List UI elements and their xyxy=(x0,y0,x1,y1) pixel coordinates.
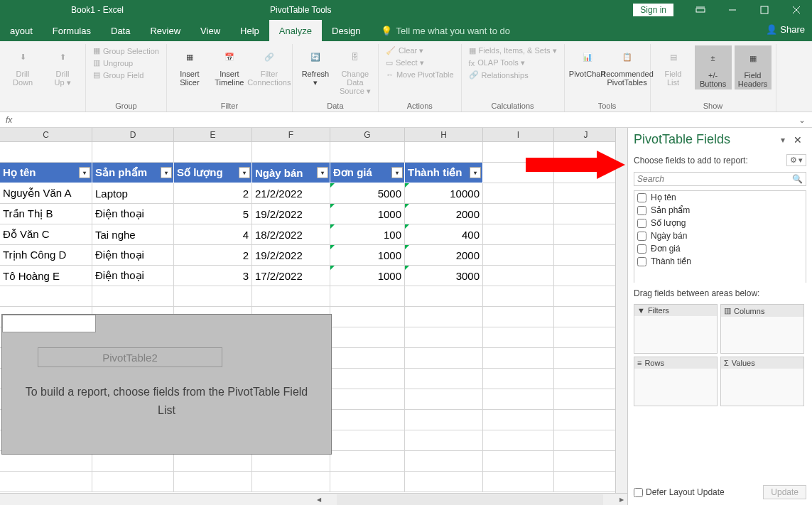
cell[interactable]: 4 xyxy=(174,224,252,245)
cell[interactable] xyxy=(483,451,554,472)
insert-timeline-button[interactable]: 📅 Insert Timeline xyxy=(211,45,248,87)
cell[interactable] xyxy=(405,142,483,163)
cell[interactable] xyxy=(554,286,618,307)
cell[interactable] xyxy=(554,472,618,492)
cell[interactable]: Tai nghe xyxy=(92,224,174,245)
cell[interactable]: 1000 xyxy=(330,266,405,286)
cell[interactable] xyxy=(330,142,405,163)
cell[interactable]: Điện thoại xyxy=(92,204,174,224)
filter-dropdown-icon[interactable]: ▾ xyxy=(391,167,403,178)
column-header-I[interactable]: I xyxy=(483,128,554,141)
cell[interactable] xyxy=(405,348,483,369)
sheet-area[interactable]: CDEFGHIJ Họ tên▾Sản phẩm▾Số lượng▾Ngày b… xyxy=(0,128,627,505)
cell[interactable] xyxy=(554,307,618,327)
cell[interactable] xyxy=(252,286,330,307)
group-field-button[interactable]: ▤Group Field xyxy=(90,70,162,80)
cell[interactable]: Tô Hoàng E xyxy=(0,266,92,286)
cell[interactable]: Trịnh Công D xyxy=(0,245,92,266)
table-header[interactable]: Số lượng▾ xyxy=(174,163,252,183)
cell[interactable] xyxy=(483,183,554,204)
cell[interactable] xyxy=(92,286,174,307)
field-item[interactable]: Đơn giá xyxy=(634,242,806,255)
cell[interactable] xyxy=(330,327,405,348)
cell[interactable] xyxy=(483,286,554,307)
field-item[interactable]: Sản phẩm xyxy=(634,204,806,217)
pane-close-icon[interactable]: ✕ xyxy=(789,134,806,146)
pane-layout-button[interactable]: ⚙▾ xyxy=(786,154,806,166)
cell[interactable] xyxy=(405,286,483,307)
cell[interactable] xyxy=(405,389,483,410)
field-search-input[interactable] xyxy=(637,174,792,184)
column-header-J[interactable]: J xyxy=(554,128,618,141)
field-headers-button[interactable]: ▦ Field Headers xyxy=(735,45,772,89)
field-item[interactable]: Thành tiền xyxy=(634,255,806,268)
scrollbar-track[interactable] xyxy=(337,494,603,505)
cell[interactable] xyxy=(483,204,554,224)
cell[interactable]: 21/2/2022 xyxy=(252,183,330,204)
cell[interactable]: Đỗ Văn C xyxy=(0,224,92,245)
signin-button[interactable]: Sign in xyxy=(633,4,673,16)
cell[interactable] xyxy=(554,389,618,410)
cell[interactable] xyxy=(405,307,483,327)
cell[interactable] xyxy=(330,389,405,410)
ungroup-button[interactable]: ▥Ungroup xyxy=(90,58,162,68)
cell[interactable] xyxy=(0,472,92,492)
values-drop[interactable]: ΣValues xyxy=(720,357,804,406)
field-item[interactable]: Họ tên xyxy=(634,191,806,204)
ribbon-options-icon[interactable] xyxy=(684,0,716,20)
column-header-C[interactable]: C xyxy=(0,128,92,141)
cell[interactable]: 2 xyxy=(174,183,252,204)
cell[interactable]: 1000 xyxy=(330,204,405,224)
filter-dropdown-icon[interactable]: ▾ xyxy=(161,167,172,178)
fx-label[interactable]: fx xyxy=(3,115,15,125)
cell[interactable] xyxy=(483,307,554,327)
close-icon[interactable] xyxy=(780,0,812,20)
cell[interactable] xyxy=(174,286,252,307)
columns-drop[interactable]: ▥Columns xyxy=(720,304,804,354)
filter-dropdown-icon[interactable]: ▾ xyxy=(239,167,250,178)
cell[interactable] xyxy=(405,472,483,492)
cell[interactable]: Trần Thị B xyxy=(0,204,92,224)
cell[interactable] xyxy=(483,410,554,430)
clear-button[interactable]: 🧹Clear ▾ xyxy=(383,45,457,56)
filter-dropdown-icon[interactable]: ▾ xyxy=(470,167,481,178)
horizontal-scrollbar[interactable]: ◀ ▶ xyxy=(0,493,627,505)
cell[interactable]: Điện thoại xyxy=(92,245,174,266)
cell[interactable] xyxy=(483,369,554,389)
filter-connections-button[interactable]: 🔗 Filter Connections xyxy=(251,45,288,87)
field-checkbox[interactable] xyxy=(637,193,646,202)
cell[interactable]: 100 xyxy=(330,224,405,245)
cell[interactable] xyxy=(92,142,174,163)
pane-options-icon[interactable]: ▾ xyxy=(776,135,789,145)
select-button[interactable]: ▭Select ▾ xyxy=(383,58,457,68)
rows-drop[interactable]: ≡Rows xyxy=(634,357,718,406)
tab-layout[interactable]: ayout xyxy=(0,20,43,41)
cell[interactable] xyxy=(174,472,252,492)
cell[interactable]: 3000 xyxy=(405,266,483,286)
vertical-scrollbar[interactable] xyxy=(615,128,627,493)
cell[interactable] xyxy=(554,451,618,472)
cell[interactable] xyxy=(330,472,405,492)
recommended-pivot-button[interactable]: 📋 Recommended PivotTables xyxy=(609,45,646,87)
formula-expand-icon[interactable]: ⌄ xyxy=(795,115,809,125)
maximize-icon[interactable] xyxy=(748,0,780,20)
cell[interactable] xyxy=(0,286,92,307)
scroll-left-icon[interactable]: ◀ xyxy=(313,494,325,505)
cell[interactable] xyxy=(330,410,405,430)
cell[interactable] xyxy=(483,327,554,348)
cell[interactable] xyxy=(554,430,618,451)
field-checkbox[interactable] xyxy=(637,244,646,254)
column-header-E[interactable]: E xyxy=(174,128,252,141)
cell[interactable] xyxy=(92,472,174,492)
tab-help[interactable]: Help xyxy=(230,20,269,41)
cell[interactable]: Laptop xyxy=(92,183,174,204)
cell[interactable]: 19/2/2022 xyxy=(252,204,330,224)
table-header[interactable]: Thành tiền▾ xyxy=(405,163,483,183)
cell[interactable] xyxy=(483,224,554,245)
defer-update-checkbox[interactable]: Defer Layout Update xyxy=(634,487,725,497)
drill-down-button[interactable]: ⬇ Drill Down xyxy=(4,45,41,87)
table-header[interactable]: Họ tên▾ xyxy=(0,163,92,183)
cell[interactable]: 17/2/2022 xyxy=(252,266,330,286)
share-button[interactable]: 👤 Share xyxy=(766,24,805,35)
cell[interactable]: 3 xyxy=(174,266,252,286)
